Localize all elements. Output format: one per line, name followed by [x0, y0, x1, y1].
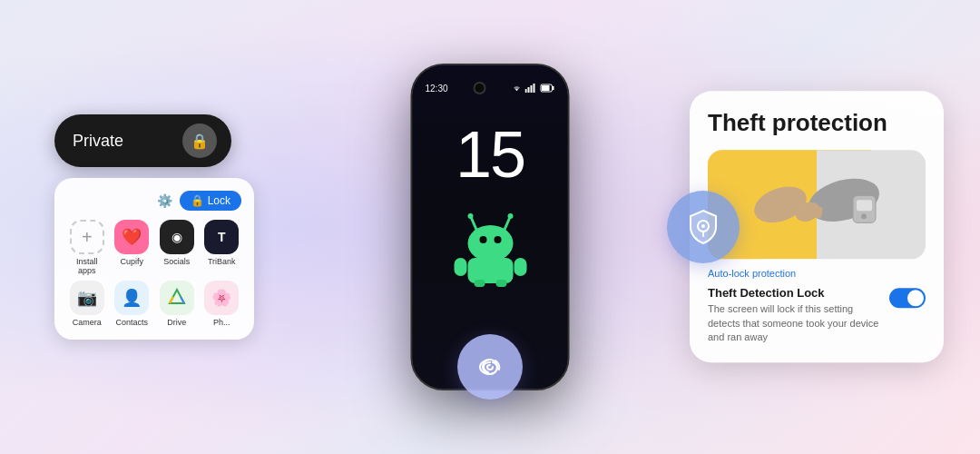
- toggle-checkmark: ✓: [913, 293, 920, 303]
- app-label: Install apps: [67, 257, 107, 275]
- list-item[interactable]: + Install apps: [67, 220, 107, 275]
- phone-time: 12:30: [426, 84, 448, 94]
- android-mascot: [445, 205, 535, 287]
- private-space-panel: Private 🔒 ⚙️ 🔒 Lock + Install apps ❤️ Cu…: [54, 114, 254, 340]
- svg-rect-16: [514, 258, 526, 276]
- phone-status-icons: [512, 84, 555, 93]
- cupify-icon: ❤️: [114, 220, 149, 254]
- theft-protection-title: Theft protection: [708, 109, 926, 137]
- phone-date-number: 15: [456, 122, 524, 187]
- shield-bubble: [667, 191, 740, 263]
- svg-point-12: [479, 236, 486, 243]
- lock-button[interactable]: 🔒 Lock: [180, 191, 241, 211]
- tribank-icon: T: [204, 220, 239, 254]
- signal-icon: [525, 84, 538, 93]
- svg-rect-3: [534, 84, 535, 93]
- shield-icon: [683, 207, 723, 247]
- theft-detection-toggle[interactable]: ✓: [889, 289, 926, 309]
- svg-rect-2: [531, 85, 533, 93]
- list-item[interactable]: 🌸 Ph...: [202, 281, 242, 327]
- phone-notch: [474, 82, 486, 94]
- lock-icon: 🔒: [182, 123, 217, 158]
- svg-rect-32: [857, 201, 872, 212]
- svg-point-13: [494, 236, 501, 243]
- list-item[interactable]: Drive: [157, 281, 197, 327]
- svg-rect-6: [553, 86, 554, 90]
- app-grid-header: ⚙️ 🔒 Lock: [67, 191, 241, 211]
- contacts-icon: 👤: [114, 281, 149, 315]
- list-item[interactable]: T TriBank: [202, 220, 242, 275]
- camera-icon: 📷: [70, 281, 104, 315]
- theft-detection-desc: The screen will lock if this setting det…: [708, 303, 880, 345]
- svg-point-33: [861, 214, 867, 220]
- svg-rect-18: [495, 280, 506, 287]
- phone-top-row: 12:30: [413, 74, 568, 94]
- list-item[interactable]: 👤 Contacts: [113, 281, 152, 327]
- app-label: Drive: [167, 318, 186, 327]
- svg-point-10: [507, 213, 513, 219]
- app-label: Cupify: [120, 257, 143, 266]
- theft-illustration-svg: [708, 151, 926, 260]
- app-label: Camera: [73, 318, 102, 327]
- list-item[interactable]: ❤️ Cupify: [113, 220, 152, 275]
- app-grid: + Install apps ❤️ Cupify ◉ Socials T Tri…: [67, 220, 241, 327]
- drive-icon: [160, 281, 194, 315]
- svg-point-21: [701, 224, 705, 228]
- svg-rect-14: [467, 258, 513, 283]
- app-label: Socials: [163, 257, 190, 266]
- svg-point-11: [467, 225, 513, 262]
- svg-point-9: [467, 213, 473, 219]
- wifi-icon: [512, 84, 523, 93]
- fingerprint-bubble[interactable]: [457, 334, 523, 400]
- app-grid-panel: ⚙️ 🔒 Lock + Install apps ❤️ Cupify ◉ Soc…: [54, 178, 254, 340]
- svg-rect-17: [474, 280, 485, 287]
- fingerprint-icon: [473, 350, 507, 384]
- svg-rect-15: [454, 258, 466, 276]
- gear-icon[interactable]: ⚙️: [157, 193, 172, 208]
- theft-detection-text: Theft Detection Lock The screen will loc…: [708, 287, 880, 345]
- lock-icon-small: 🔒: [191, 194, 204, 207]
- install-apps-icon: +: [70, 220, 104, 254]
- app-label: Ph...: [213, 318, 230, 327]
- app-label: TriBank: [208, 257, 236, 266]
- photos-icon: 🌸: [204, 281, 239, 315]
- auto-lock-label: Auto-lock protection: [708, 269, 926, 280]
- list-item[interactable]: 📷 Camera: [67, 281, 107, 327]
- private-label: Private: [73, 132, 172, 151]
- theft-detection-title: Theft Detection Lock: [708, 287, 880, 301]
- battery-icon: [541, 84, 555, 93]
- theft-detection-row: Theft Detection Lock The screen will loc…: [708, 287, 926, 345]
- svg-rect-0: [525, 89, 527, 93]
- private-badge[interactable]: Private 🔒: [54, 114, 231, 167]
- list-item[interactable]: ◉ Socials: [157, 220, 197, 275]
- app-label: Contacts: [115, 318, 148, 327]
- svg-rect-1: [528, 87, 530, 93]
- svg-rect-5: [542, 85, 550, 91]
- theft-illustration: [708, 151, 926, 260]
- socials-icon: ◉: [160, 220, 194, 254]
